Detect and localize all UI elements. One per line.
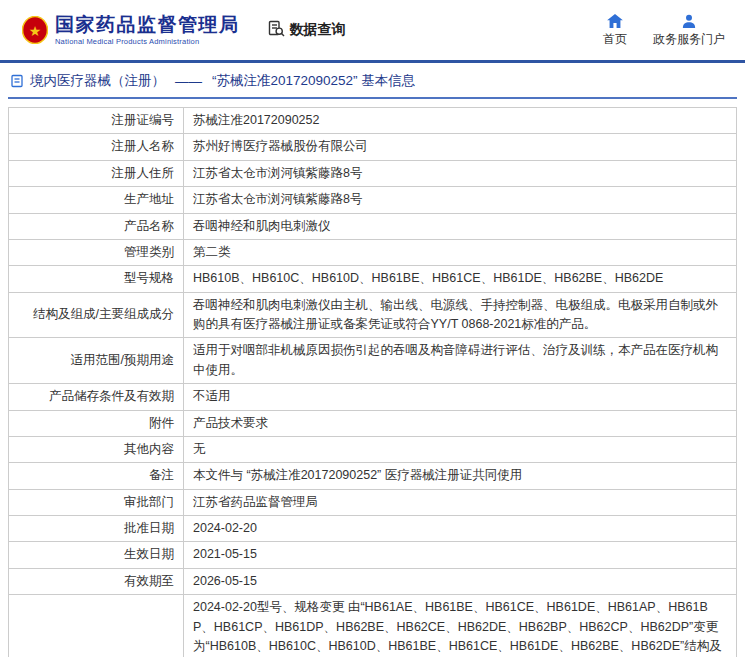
data-query-icon: [268, 20, 285, 40]
table-row: 变更情况 2024-02-20型号、规格变更 由“HB61AE、HB61BE、H…: [9, 595, 737, 657]
row-value: 适用于对咽部非机械原因损伤引起的吞咽及构音障碍进行评估、治疗及训练，本产品在医疗…: [184, 338, 737, 384]
device-info-table: 注册证编号 苏械注准20172090252 注册人名称 苏州好博医疗器械股份有限…: [8, 107, 737, 657]
row-label: 型号规格: [9, 266, 184, 292]
row-label: 审批部门: [9, 489, 184, 515]
data-query-label: 数据查询: [290, 21, 346, 39]
row-label: 产品储存条件及有效期: [9, 384, 184, 410]
row-value: 江苏省药品监督管理局: [184, 489, 737, 515]
row-label: 注册证编号: [9, 108, 184, 134]
national-emblem-logo: ★: [22, 16, 48, 44]
person-icon: [682, 13, 696, 28]
table-row: 产品名称 吞咽神经和肌肉电刺激仪: [9, 213, 737, 239]
row-value: 吞咽神经和肌肉电刺激仪: [184, 213, 737, 239]
table-row: 其他内容 无: [9, 436, 737, 462]
row-value: 2024-02-20: [184, 516, 737, 542]
row-value: 本文件与 “苏械注准20172090252” 医疗器械注册证共同使用: [184, 463, 737, 489]
table-row: 批准日期 2024-02-20: [9, 516, 737, 542]
table-row: 注册人名称 苏州好博医疗器械股份有限公司: [9, 134, 737, 160]
row-value: 产品技术要求: [184, 410, 737, 436]
page-title: 境内医疗器械（注册） —— “苏械注准20172090252” 基本信息: [8, 63, 737, 99]
table-row: 有效期至 2026-05-15: [9, 568, 737, 594]
nav-data-query[interactable]: 数据查询: [268, 20, 346, 40]
row-label: 适用范围/预期用途: [9, 338, 184, 384]
row-label: 生产地址: [9, 187, 184, 213]
row-value: 无: [184, 436, 737, 462]
row-value: HB610B、HB610C、HB610D、HB61BE、HB61CE、HB61D…: [184, 266, 737, 292]
document-icon: [10, 74, 24, 88]
svg-text:★: ★: [29, 23, 42, 39]
row-label: 备注: [9, 463, 184, 489]
row-value: 苏州好博医疗器械股份有限公司: [184, 134, 737, 160]
row-label: 注册人住所: [9, 160, 184, 186]
table-row: 结构及组成/主要组成成分 吞咽神经和肌肉电刺激仪由主机、输出线、电源线、手持控制…: [9, 292, 737, 338]
row-value: 吞咽神经和肌肉电刺激仪由主机、输出线、电源线、手持控制器、电极组成。电极采用自制…: [184, 292, 737, 338]
table-row: 备注 本文件与 “苏械注准20172090252” 医疗器械注册证共同使用: [9, 463, 737, 489]
org-name-cn: 国家药品监督管理局: [55, 14, 240, 36]
table-row: 管理类别 第二类: [9, 239, 737, 265]
row-value: 江苏省太仓市浏河镇紫藤路8号: [184, 160, 737, 186]
row-label: 其他内容: [9, 436, 184, 462]
home-icon: [607, 13, 623, 28]
row-label: 产品名称: [9, 213, 184, 239]
row-value: 苏械注准20172090252: [184, 108, 737, 134]
gov-portal-label: 政务服务门户: [653, 31, 725, 48]
row-label: 管理类别: [9, 239, 184, 265]
row-label: 变更情况: [9, 595, 184, 657]
home-label: 首页: [603, 31, 627, 48]
row-label: 注册人名称: [9, 134, 184, 160]
table-row: 型号规格 HB610B、HB610C、HB610D、HB61BE、HB61CE、…: [9, 266, 737, 292]
table-row: 审批部门 江苏省药品监督管理局: [9, 489, 737, 515]
table-row: 生产地址 江苏省太仓市浏河镇紫藤路8号: [9, 187, 737, 213]
org-name-en: National Medical Products Administration: [55, 37, 240, 46]
brand-text: 国家药品监督管理局 National Medical Products Admi…: [55, 14, 240, 47]
table-row: 注册人住所 江苏省太仓市浏河镇紫藤路8号: [9, 160, 737, 186]
brand[interactable]: ★ 国家药品监督管理局 National Medical Products Ad…: [22, 14, 240, 47]
table-row: 注册证编号 苏械注准20172090252: [9, 108, 737, 134]
row-value: 2026-05-15: [184, 568, 737, 594]
row-label: 有效期至: [9, 568, 184, 594]
table-row: 生效日期 2021-05-15: [9, 542, 737, 568]
row-value: 2021-05-15: [184, 542, 737, 568]
site-header: ★ 国家药品监督管理局 National Medical Products Ad…: [0, 0, 745, 60]
title-dash: ——: [175, 74, 202, 89]
row-value: 第二类: [184, 239, 737, 265]
title-detail: “苏械注准20172090252” 基本信息: [212, 72, 415, 90]
row-value: 不适用: [184, 384, 737, 410]
table-row: 适用范围/预期用途 适用于对咽部非机械原因损伤引起的吞咽及构音障碍进行评估、治疗…: [9, 338, 737, 384]
table-row: 附件 产品技术要求: [9, 410, 737, 436]
row-label: 批准日期: [9, 516, 184, 542]
row-value: 2024-02-20型号、规格变更 由“HB61AE、HB61BE、HB61CE…: [184, 595, 737, 657]
nav-home[interactable]: 首页: [603, 13, 627, 48]
row-label: 附件: [9, 410, 184, 436]
nav-gov-portal[interactable]: 政务服务门户: [653, 13, 725, 48]
row-label: 生效日期: [9, 542, 184, 568]
row-value: 江苏省太仓市浏河镇紫藤路8号: [184, 187, 737, 213]
header-nav: 首页 政务服务门户: [603, 13, 731, 48]
title-category: 境内医疗器械（注册）: [30, 72, 165, 90]
table-row: 产品储存条件及有效期 不适用: [9, 384, 737, 410]
row-label: 结构及组成/主要组成成分: [9, 292, 184, 338]
